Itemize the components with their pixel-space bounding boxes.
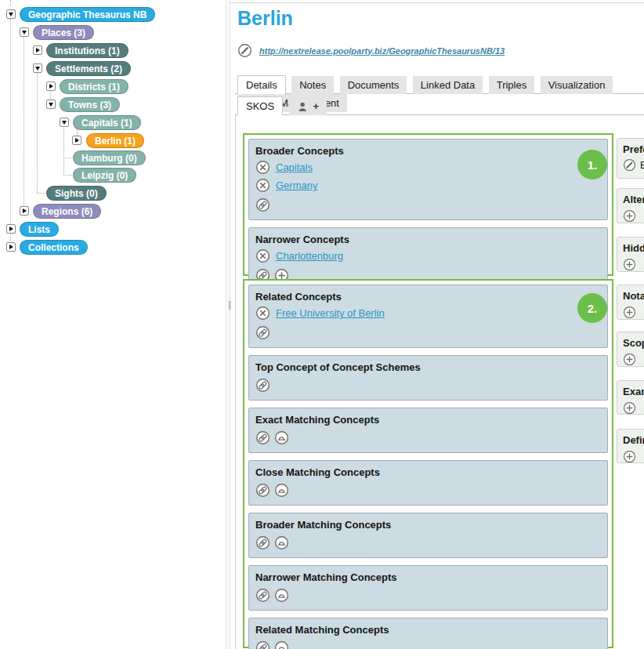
tab-documents[interactable]: Documents xyxy=(340,76,407,94)
panel-title: Definitions xyxy=(623,433,644,447)
expander-expanded-icon[interactable] xyxy=(46,100,56,109)
link-concept-icon[interactable] xyxy=(255,378,270,393)
hidden-labels-panel: Hidden Labels xyxy=(617,237,644,272)
concept-link-germany[interactable]: Germany xyxy=(276,179,317,191)
tree-node-hamburg[interactable]: Hamburg (0) xyxy=(73,150,146,165)
narrower-matching-panel: Narrower Matching Concepts xyxy=(248,565,608,611)
expander-collapsed-icon[interactable] xyxy=(6,242,16,252)
tree-node-sights[interactable]: Sights (0) xyxy=(46,186,107,201)
link-concept-icon[interactable] xyxy=(255,430,270,445)
tree-connector xyxy=(37,72,38,193)
concept-link-charlottenburg[interactable]: Charlottenburg xyxy=(276,250,343,262)
panel-title: Exact Matching Concepts xyxy=(255,413,601,427)
remove-icon[interactable] xyxy=(255,248,270,263)
expander-expanded-icon[interactable] xyxy=(6,9,16,19)
link-concept-icon[interactable] xyxy=(255,640,270,649)
edit-uri-icon[interactable] xyxy=(237,43,252,58)
link-external-resource-icon[interactable] xyxy=(274,483,289,498)
scope-notes-panel: Scope Notes xyxy=(617,332,644,367)
tree-node-regions[interactable]: Regions (6) xyxy=(33,204,101,219)
annotation-step-1: 1. xyxy=(577,150,607,179)
tree-node-collections[interactable]: Collections xyxy=(20,240,88,255)
remove-icon[interactable] xyxy=(255,178,270,193)
concept-uri-row: http://nextrelease.poolparty.biz/Geograp… xyxy=(237,43,505,58)
tree-connector xyxy=(10,0,11,6)
expander-expanded-icon[interactable] xyxy=(33,63,42,73)
add-definition-icon[interactable] xyxy=(623,450,636,463)
add-example-icon[interactable] xyxy=(623,401,636,415)
add-notation-icon[interactable] xyxy=(623,306,636,319)
concept-link-capitals[interactable]: Capitals xyxy=(276,161,313,173)
panel-title: Related Concepts xyxy=(255,290,601,304)
tab-add-language[interactable]: + xyxy=(289,97,327,115)
main-tab-bar: Details Notes Documents Linked Data Trip… xyxy=(235,75,644,94)
pane-resize-handle[interactable]: ║ xyxy=(226,0,230,649)
tab-linked-data[interactable]: Linked Data xyxy=(413,76,483,94)
panel-title: Narrower Matching Concepts xyxy=(255,571,601,585)
expander-collapsed-icon[interactable] xyxy=(46,82,56,91)
tree-node-berlin-selected[interactable]: Berlin (1) xyxy=(86,133,144,148)
preferred-labels-panel: Preferred Labels Berlin xyxy=(617,138,644,179)
tree-node-thesaurus-root[interactable]: Geographic Thesaurus NB xyxy=(20,7,155,22)
panel-title: Examples xyxy=(623,385,644,398)
link-concept-icon[interactable] xyxy=(255,325,270,340)
link-external-resource-icon[interactable] xyxy=(274,430,289,445)
link-concept-icon[interactable] xyxy=(255,588,270,603)
link-external-resource-icon[interactable] xyxy=(274,640,289,649)
expander-collapsed-icon[interactable] xyxy=(72,136,81,145)
link-external-resource-icon[interactable] xyxy=(274,535,289,550)
add-label-icon[interactable] xyxy=(623,209,636,223)
tree-node-institutions[interactable]: Institutions (1) xyxy=(46,43,128,58)
examples-panel: Examples xyxy=(617,380,644,415)
panel-title: Related Matching Concepts xyxy=(255,623,601,637)
tree-connector xyxy=(63,175,72,176)
tab-notes[interactable]: Notes xyxy=(291,76,334,94)
plus-label: + xyxy=(313,100,320,112)
top-border xyxy=(230,2,644,3)
add-label-icon[interactable] xyxy=(623,258,636,271)
expander-expanded-icon[interactable] xyxy=(60,118,69,127)
link-concept-icon[interactable] xyxy=(255,198,270,212)
content-left-border xyxy=(235,115,236,649)
panel-title: Scope Notes xyxy=(623,336,644,350)
grip-icon: ║ xyxy=(227,301,232,309)
expander-collapsed-icon[interactable] xyxy=(6,224,16,234)
close-matching-panel: Close Matching Concepts xyxy=(248,460,608,506)
link-concept-icon[interactable] xyxy=(255,535,270,550)
annotation-step-2: 2. xyxy=(577,293,607,323)
tab-skos[interactable]: SKOS xyxy=(237,96,283,115)
page-title: Berlin xyxy=(237,7,293,30)
preferred-label-value: Berlin xyxy=(640,159,644,171)
panel-title: Narrower Concepts xyxy=(255,233,601,247)
tree-node-capitals[interactable]: Capitals (1) xyxy=(73,115,141,130)
broader-matching-panel: Broader Matching Concepts xyxy=(248,513,608,558)
concept-link-free-university[interactable]: Free University of Berlin xyxy=(276,307,385,319)
panel-title: Notations xyxy=(623,289,644,303)
tree-connector xyxy=(63,158,72,158)
tree-connector xyxy=(63,126,64,176)
edit-label-icon[interactable] xyxy=(623,158,636,172)
expander-collapsed-icon[interactable] xyxy=(20,206,29,216)
link-concept-icon[interactable] xyxy=(255,483,270,498)
link-external-resource-icon[interactable] xyxy=(274,588,289,603)
concept-uri-link[interactable]: http://nextrelease.poolparty.biz/Geograp… xyxy=(259,46,505,56)
tree-node-lists[interactable]: Lists xyxy=(20,222,59,237)
tab-visualization[interactable]: Visualization xyxy=(541,76,613,94)
remove-icon[interactable] xyxy=(255,160,270,175)
concept-tree: Geographic Thesaurus NB Places (3) Insti… xyxy=(0,0,226,649)
remove-icon[interactable] xyxy=(255,306,270,321)
tree-node-districts[interactable]: Districts (1) xyxy=(60,79,128,94)
tree-node-places[interactable]: Places (3) xyxy=(33,25,94,40)
tree-node-settlements[interactable]: Settlements (2) xyxy=(46,61,131,76)
add-scope-note-icon[interactable] xyxy=(623,353,636,366)
expander-expanded-icon[interactable] xyxy=(20,27,29,37)
tab-triples[interactable]: Triples xyxy=(489,76,535,94)
tree-connector xyxy=(10,19,11,245)
broader-concepts-panel: Broader Concepts Capitals Germany xyxy=(248,139,608,220)
tree-node-towns[interactable]: Towns (3) xyxy=(60,97,120,112)
expander-collapsed-icon[interactable] xyxy=(33,45,42,55)
tree-node-leipzig[interactable]: Leipzig (0) xyxy=(73,168,136,183)
panel-title: Alternative Labels xyxy=(623,193,644,206)
tab-details[interactable]: Details xyxy=(237,75,286,94)
related-concepts-panel: Related Concepts Free University of Berl… xyxy=(248,285,608,348)
